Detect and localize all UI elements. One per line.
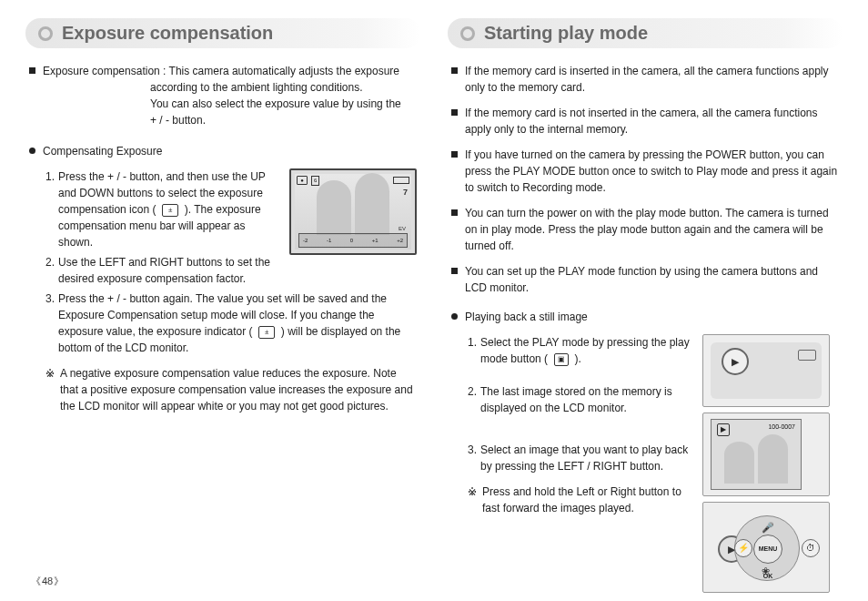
subheading-text: Compensating Exposure: [43, 143, 417, 159]
step-2: 2. The last image stored on the memory i…: [468, 383, 693, 416]
note-mark: ※: [468, 484, 477, 516]
step-3: 3. Select an image that you want to play…: [468, 442, 693, 474]
subheading-row: Compensating Exposure: [29, 143, 417, 159]
flash-icon: ⚡: [734, 539, 752, 557]
person-silhouette: [758, 434, 788, 484]
lcd-side-num: 7: [403, 187, 408, 199]
square-bullet-icon: [451, 151, 458, 158]
intro-line-3: + / - button.: [150, 114, 206, 127]
play-mode-icon: ▣: [554, 353, 569, 366]
person-silhouette: [724, 442, 754, 484]
square-bullet-icon: [29, 67, 35, 74]
timer-icon: ⏱: [802, 539, 820, 557]
camera-dpad: ▶ MENU OK 🎤 ❀ ⚡ ⏱: [702, 502, 830, 593]
section-title: Starting play mode: [484, 23, 648, 44]
section-header-play: Starting play mode: [448, 18, 843, 48]
ev-label: EV: [399, 225, 406, 233]
right-column: Starting play mode If the memory card is…: [448, 18, 843, 593]
bullet-item: If the memory card is inserted in the ca…: [451, 63, 839, 96]
bullet-item: You can set up the PLAY mode function by…: [451, 263, 839, 296]
step-text: Use the LEFT and RIGHT buttons to set th…: [58, 254, 280, 287]
macro-flower-icon: ❀: [762, 564, 770, 579]
step-num: 2.: [45, 254, 55, 287]
note-mark: ※: [45, 365, 55, 414]
section-header-exposure: Exposure compensation: [25, 18, 420, 48]
square-bullet-icon: [451, 268, 458, 274]
step-3: 3. Press the + / - button again. The val…: [45, 290, 417, 356]
note: ※ A negative exposure compensation value…: [45, 365, 417, 414]
round-bullet-icon: [451, 313, 458, 320]
camera-back-top: ▶: [702, 334, 830, 407]
exposure-bar: -2-10+1+2: [298, 233, 408, 248]
file-number: 100-0007: [768, 423, 795, 433]
bullet-text: You can set up the PLAY mode function by…: [465, 263, 839, 296]
bullet-item: You can turn the power on with the play …: [451, 205, 839, 254]
note-text: Press and hold the Left or Right button …: [482, 484, 693, 516]
step-1: 1. Press the + / - button, and then use …: [45, 168, 280, 250]
bullet-text: If the memory card is not inserted in th…: [465, 105, 839, 138]
step-num: 2.: [468, 383, 477, 416]
subheading-row: Playing back a still image: [451, 309, 839, 325]
bullet-item: If you have turned on the camera by pres…: [451, 147, 839, 196]
square-bullet-icon: [451, 67, 458, 74]
step-num: 3.: [468, 442, 477, 474]
camera-figures: ▶ ▶ 100-0007 ▶ MEN: [702, 334, 839, 593]
exposure-icon: ±: [258, 326, 275, 339]
play-triangle-icon: ▶: [717, 423, 730, 436]
step-text: Select the PLAY mode by pressing the pla…: [480, 336, 690, 365]
intro-line-2: You can also select the exposure value b…: [150, 97, 401, 110]
menu-ok-button: MENU OK: [753, 535, 782, 564]
switch-icon: [798, 350, 816, 361]
step-num: 3.: [45, 290, 55, 356]
subheading-text: Playing back a still image: [465, 309, 839, 325]
person-silhouette: [317, 180, 351, 235]
step-2: 2. Use the LEFT and RIGHT buttons to set…: [45, 254, 280, 287]
exposure-icon: ±: [162, 204, 178, 217]
round-bullet-icon: [29, 148, 35, 154]
bullet-ring-icon: [460, 26, 475, 41]
page-number: 48: [31, 575, 64, 588]
bullet-text: If you have turned on the camera by pres…: [465, 147, 839, 196]
intro-line-1: according to the ambient lighting condit…: [150, 81, 362, 94]
rec-icon: ●: [297, 176, 308, 185]
step-num: 1.: [45, 168, 55, 250]
step-num: 1.: [468, 334, 477, 367]
mic-icon: 🎤: [762, 520, 774, 535]
step-1: 1. Select the PLAY mode by pressing the …: [468, 334, 693, 367]
bullet-text: If the memory card is inserted in the ca…: [465, 63, 839, 96]
square-bullet-icon: [451, 109, 458, 116]
person-silhouette: [355, 173, 389, 235]
intro-line-0: This camera automatically adjusts the ex…: [169, 65, 399, 77]
lcd-preview-figure: ● 6 7 EV -2-10+1+2: [289, 168, 417, 255]
bullet-text: You can turn the power on with the play …: [465, 205, 839, 254]
left-column: Exposure compensation Exposure compensat…: [25, 18, 420, 593]
play-mode-button-icon: ▶: [722, 348, 749, 375]
bullet-ring-icon: [38, 26, 53, 41]
step-text: Select an image that you want to play ba…: [480, 442, 693, 474]
bullet-item: If the memory card is not inserted in th…: [451, 105, 839, 138]
camera-lcd-preview: ▶ 100-0007: [702, 413, 830, 496]
section-title: Exposure compensation: [62, 23, 273, 44]
intro-bullet: Exposure compensation : This camera auto…: [29, 63, 417, 128]
note-text: A negative exposure compensation value r…: [60, 365, 417, 414]
step-text: The last image stored on the memory is d…: [480, 383, 693, 416]
note: ※ Press and hold the Left or Right butto…: [468, 484, 693, 516]
square-bullet-icon: [451, 209, 458, 216]
step-tail: ).: [574, 352, 580, 365]
intro-label: Exposure compensation :: [43, 65, 166, 77]
